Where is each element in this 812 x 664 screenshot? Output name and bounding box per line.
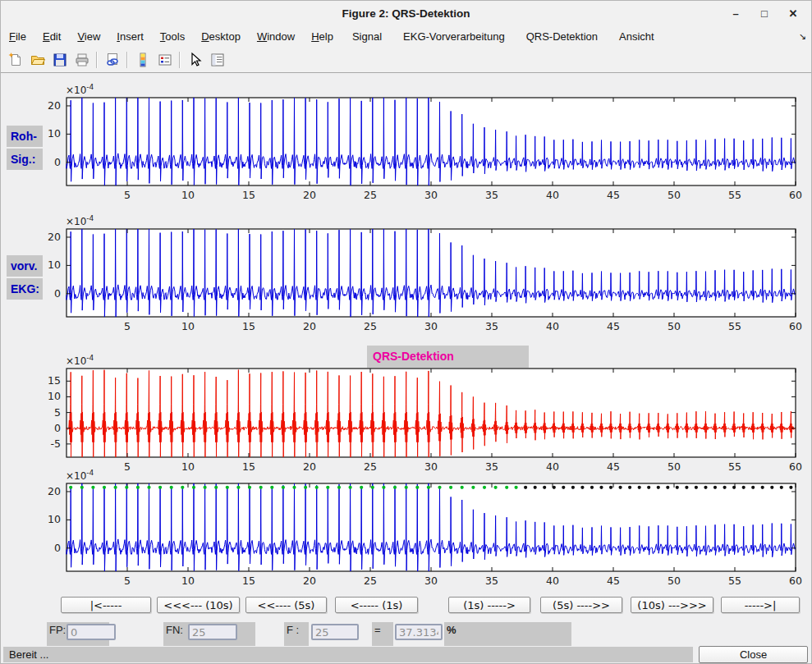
status-bar: Bereit ... bbox=[3, 647, 693, 662]
tp-detection-dot bbox=[114, 486, 117, 489]
tp-detection-dot bbox=[170, 486, 173, 489]
extra-detection-dot bbox=[599, 486, 603, 489]
svg-text:10: 10 bbox=[181, 189, 195, 201]
extra-detection-dot bbox=[723, 486, 727, 489]
extra-detection-dot bbox=[534, 486, 537, 489]
svg-text:45: 45 bbox=[607, 460, 620, 473]
svg-text:30: 30 bbox=[424, 189, 438, 201]
svg-text:35: 35 bbox=[485, 189, 498, 201]
svg-text:-5: -5 bbox=[51, 437, 61, 450]
nav-fwd-1s-button[interactable]: (1s) -----> bbox=[448, 597, 530, 613]
svg-text:15: 15 bbox=[242, 460, 255, 473]
svg-text:0: 0 bbox=[54, 422, 61, 434]
svg-text:20: 20 bbox=[48, 485, 61, 497]
svg-text:55: 55 bbox=[728, 460, 741, 473]
extra-detection-dot bbox=[580, 486, 584, 489]
svg-text:10: 10 bbox=[48, 390, 61, 402]
tp-detection-dot bbox=[259, 486, 263, 489]
svg-text:45: 45 bbox=[607, 320, 620, 332]
svg-text:50: 50 bbox=[667, 189, 681, 201]
f-input[interactable] bbox=[311, 624, 359, 640]
tp-detection-dot bbox=[103, 486, 106, 489]
tp-detection-dot bbox=[270, 486, 273, 489]
svg-text:20: 20 bbox=[48, 231, 61, 243]
svg-text:5: 5 bbox=[124, 320, 131, 332]
tp-detection-dot bbox=[438, 486, 441, 489]
nav-begin-button[interactable]: |<----- bbox=[61, 597, 151, 613]
tp-detection-dot bbox=[427, 486, 430, 489]
percent-sign: % bbox=[444, 622, 571, 646]
svg-text:60: 60 bbox=[789, 460, 802, 473]
svg-text:5: 5 bbox=[124, 460, 131, 473]
svg-text:20: 20 bbox=[48, 99, 61, 112]
axes-box-detection bbox=[67, 483, 796, 571]
nav-back-10s-button[interactable]: <<<--- (10s) bbox=[157, 597, 240, 613]
tp-detection-dot bbox=[326, 486, 329, 489]
f-label: F : bbox=[284, 622, 309, 646]
svg-text:25: 25 bbox=[364, 189, 377, 201]
svg-text:50: 50 bbox=[667, 460, 681, 473]
tp-detection-dot bbox=[371, 486, 374, 489]
svg-text:10: 10 bbox=[181, 320, 195, 332]
nav-back-5s-button[interactable]: <<---- (5s) bbox=[245, 597, 327, 613]
extra-detection-dot bbox=[553, 486, 556, 489]
extra-detection-dot bbox=[704, 486, 707, 489]
extra-detection-dot bbox=[638, 486, 641, 489]
extra-detection-dot bbox=[780, 486, 783, 489]
tp-detection-dot bbox=[349, 486, 352, 489]
close-button[interactable]: Close bbox=[699, 646, 808, 663]
svg-text:0: 0 bbox=[54, 156, 61, 168]
extra-detection-dot bbox=[571, 486, 575, 489]
svg-text:0: 0 bbox=[54, 287, 61, 300]
extra-detection-dot bbox=[732, 486, 736, 489]
tp-detection-dot bbox=[158, 486, 162, 489]
tp-detection-dot bbox=[494, 486, 498, 489]
fp-input[interactable] bbox=[67, 624, 116, 640]
tp-detection-dot bbox=[204, 486, 207, 489]
tp-detection-dot bbox=[315, 486, 319, 489]
svg-text:15: 15 bbox=[242, 189, 255, 201]
extra-detection-dot bbox=[562, 486, 565, 489]
svg-text:20: 20 bbox=[303, 460, 316, 473]
svg-text:50: 50 bbox=[667, 320, 681, 332]
svg-text:40: 40 bbox=[546, 320, 559, 332]
svg-text:50: 50 bbox=[667, 575, 681, 587]
tp-detection-dot bbox=[483, 486, 486, 489]
nav-fwd-10s-button[interactable]: (10s) --->>> bbox=[631, 597, 713, 613]
nav-back-1s-button[interactable]: <----- (1s) bbox=[335, 597, 418, 613]
tp-detection-dot bbox=[147, 486, 150, 489]
fn-input[interactable] bbox=[188, 624, 237, 640]
svg-text:20: 20 bbox=[303, 320, 316, 332]
extra-detection-dot bbox=[657, 486, 660, 489]
svg-text:15: 15 bbox=[48, 374, 61, 387]
tp-detection-dot bbox=[282, 486, 285, 489]
tp-detection-dot bbox=[80, 486, 84, 489]
tp-detection-dot bbox=[125, 486, 128, 489]
extra-detection-dot bbox=[590, 486, 594, 489]
y-exponent-label: ×10-4 bbox=[66, 83, 94, 96]
equals-sign: = bbox=[372, 622, 393, 646]
svg-text:40: 40 bbox=[546, 460, 559, 473]
tp-detection-dot bbox=[393, 486, 397, 489]
svg-text:25: 25 bbox=[364, 460, 377, 473]
tp-detection-dot bbox=[192, 486, 195, 489]
tp-detection-dot bbox=[226, 486, 229, 489]
preprocessed-label-line1: vorv. bbox=[7, 255, 43, 277]
extra-detection-dot bbox=[524, 486, 527, 489]
svg-text:40: 40 bbox=[546, 189, 559, 201]
tp-detection-dot bbox=[337, 486, 341, 489]
plot-detection: 5101520253035404550556001020 bbox=[48, 483, 802, 587]
tp-detection-dot bbox=[415, 486, 419, 489]
svg-text:45: 45 bbox=[607, 575, 620, 587]
extra-detection-dot bbox=[685, 486, 688, 489]
nav-end-button[interactable]: ----->| bbox=[721, 597, 800, 613]
tp-detection-dot bbox=[91, 486, 94, 489]
svg-text:0: 0 bbox=[54, 542, 61, 554]
ratio-input[interactable] bbox=[395, 624, 443, 640]
tp-detection-dot bbox=[515, 486, 518, 489]
extra-detection-dot bbox=[742, 486, 745, 489]
svg-text:5: 5 bbox=[54, 406, 61, 419]
extra-detection-dot bbox=[676, 486, 679, 489]
nav-fwd-5s-button[interactable]: (5s) ---->> bbox=[540, 597, 622, 613]
svg-text:45: 45 bbox=[607, 189, 620, 201]
